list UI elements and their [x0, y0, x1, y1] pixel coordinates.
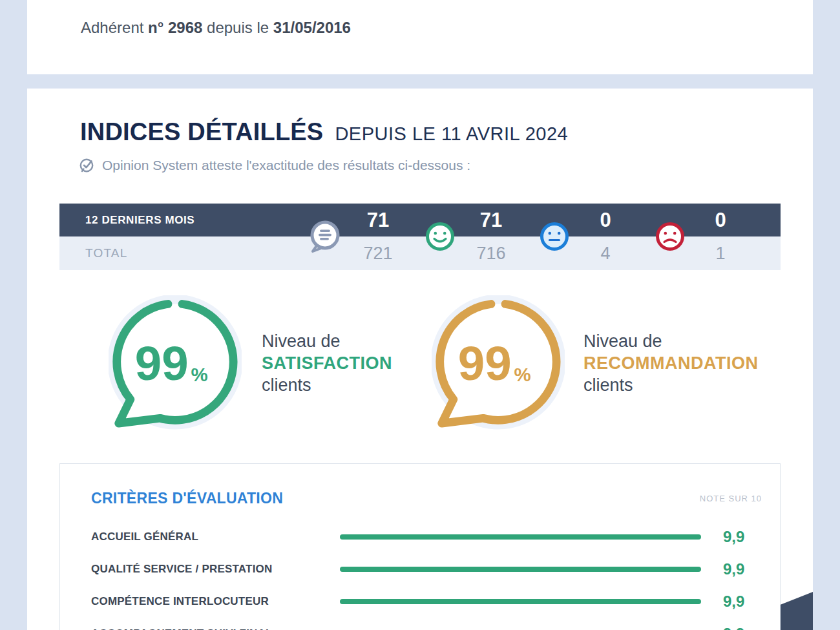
negative-count-column: 0 1: [682, 204, 759, 270]
recommendation-label-line3: clients: [583, 374, 758, 396]
recommendation-unit: %: [514, 364, 531, 385]
satisfaction-label-line3: clients: [262, 374, 392, 396]
positive-recent: 71: [452, 204, 530, 236]
score-bar: [340, 599, 701, 604]
neutral-recent: 0: [567, 204, 644, 236]
score-bar: [340, 534, 701, 540]
member-card: Adhérent n° 2968 depuis le 31/05/2016: [27, 0, 813, 74]
criteria-label: COMPÉTENCE INTERLOCUTEUR: [91, 595, 269, 608]
reviews-count-column: 71 721: [339, 204, 417, 270]
negative-recent: 0: [682, 204, 759, 236]
recommendation-label: Niveau de RECOMMANDATION clients: [583, 330, 758, 396]
satisfaction-gauge-bubble: 99 %: [109, 295, 242, 432]
attestation-text: Opinion System atteste l'exactitude des …: [102, 158, 470, 173]
criteria-row: QUALITÉ SERVICE / PRESTATION 9,9: [60, 553, 780, 585]
score-bar-track: [340, 534, 705, 540]
recommendation-gauge-bubble: 99 %: [432, 295, 565, 432]
criteria-score: 9,9: [723, 625, 744, 630]
criteria-rows: ACCUEIL GÉNÉRAL 9,9 QUALITÉ SERVICE / PR…: [60, 521, 780, 630]
row-label-total: TOTAL: [85, 236, 127, 270]
reviews-total: 721: [339, 236, 417, 270]
opinion-system-results-page: { "member": { "prefix": "Adhérent", "num…: [0, 0, 840, 630]
positive-count-column: 71 716: [452, 204, 530, 270]
criteria-row: COMPÉTENCE INTERLOCUTEUR 9,9: [60, 585, 780, 618]
evaluation-criteria-card: CRITÈRES D'ÉVALUATION NOTE SUR 10 ACCUEI…: [59, 463, 781, 630]
satisfaction-label-line1: Niveau de: [262, 330, 392, 352]
negative-total: 1: [682, 236, 759, 270]
neutral-face-icon: [540, 222, 569, 251]
score-bar-track: [340, 567, 705, 572]
criteria-label: QUALITÉ SERVICE / PRESTATION: [91, 563, 272, 576]
member-date: 31/05/2016: [273, 19, 351, 36]
reviews-recent: 71: [339, 204, 417, 236]
attestation-line: Opinion System atteste l'exactitude des …: [79, 157, 470, 174]
criteria-row: ACCUEIL GÉNÉRAL 9,9: [60, 521, 780, 553]
member-prefix: Adhérent: [81, 19, 143, 36]
recommendation-value: 99: [458, 337, 512, 390]
criteria-score: 9,9: [723, 528, 744, 546]
satisfaction-unit: %: [191, 364, 208, 385]
recommendation-label-line1: Niveau de: [583, 330, 758, 352]
score-bar: [340, 567, 701, 572]
page-subtitle: DEPUIS LE 11 AVRIL 2024: [335, 123, 568, 145]
satisfaction-value: 99: [135, 337, 189, 390]
criteria-label: ACCUEIL GÉNÉRAL: [91, 530, 198, 543]
member-info: Adhérent n° 2968 depuis le 31/05/2016: [81, 19, 351, 37]
row-label-12-months: 12 DERNIERS MOIS: [85, 204, 194, 236]
comment-bubble-icon: [308, 220, 342, 253]
member-middle: depuis le: [207, 19, 269, 36]
neutral-total: 4: [567, 236, 644, 270]
criteria-row: ACCOMPAGNEMENT SUIVI FINAL 9,9: [60, 618, 780, 630]
neutral-count-column: 0 4: [567, 204, 644, 270]
circled-check-icon: [79, 157, 96, 174]
summary-table: 12 DERNIERS MOIS TOTAL 71 721 71 716 0 4…: [59, 204, 781, 270]
recommendation-label-line2: RECOMMANDATION: [583, 352, 758, 374]
happy-face-icon: [425, 222, 455, 251]
satisfaction-label: Niveau de SATISFACTION clients: [262, 330, 392, 396]
score-bar-track: [340, 599, 705, 604]
criteria-scale-note: NOTE SUR 10: [700, 494, 762, 503]
sad-face-icon: [655, 222, 685, 251]
criteria-score: 9,9: [723, 560, 744, 578]
criteria-label: ACCOMPAGNEMENT SUIVI FINAL: [91, 627, 273, 630]
page-title: INDICES DÉTAILLÉS: [80, 118, 323, 146]
criteria-score: 9,9: [723, 593, 744, 611]
criteria-title: CRITÈRES D'ÉVALUATION: [91, 490, 283, 507]
member-number: n° 2968: [148, 19, 202, 36]
positive-total: 716: [452, 236, 530, 270]
corner-ribbon-decoration: [781, 592, 813, 630]
detailed-indices-card: INDICES DÉTAILLÉS DEPUIS LE 11 AVRIL 202…: [27, 89, 813, 630]
satisfaction-label-line2: SATISFACTION: [262, 352, 392, 374]
section-header: INDICES DÉTAILLÉS DEPUIS LE 11 AVRIL 202…: [80, 118, 568, 146]
